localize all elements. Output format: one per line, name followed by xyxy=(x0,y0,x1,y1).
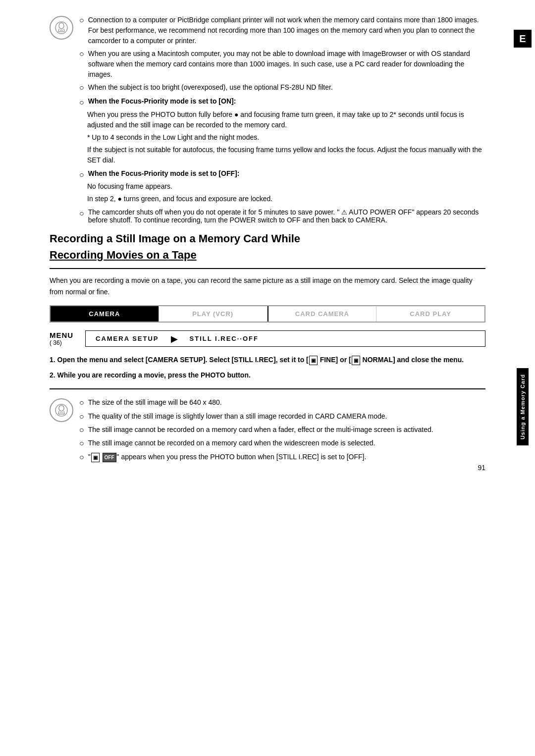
fine-icon: ▣ xyxy=(309,356,318,365)
focus-on-section: ○ When the Focus-Priority mode is set to… xyxy=(79,97,485,165)
bullet-item-3: ○ When the subject is too bright (overex… xyxy=(79,82,485,93)
top-content: ○ Connection to a computer or PictBridge… xyxy=(79,15,485,224)
menu-path: CAMERA SETUP ▶ STILL I.REC··OFF xyxy=(85,330,485,347)
bottom-bullet-text-3: The still image cannot be recorded on a … xyxy=(88,425,433,435)
bullet-circle-3: ○ xyxy=(79,82,84,93)
bottom-bullet-circle-5: ○ xyxy=(79,452,84,463)
steps-divider xyxy=(50,388,485,389)
section-title: Recording a Still Image on a Memory Card… xyxy=(50,232,485,246)
still-icon: ▣ xyxy=(91,453,100,462)
menu-ref: ( 36) xyxy=(50,339,79,346)
bottom-bullets: ○ The size of the still image will be 64… xyxy=(79,397,485,467)
tab-card-play[interactable]: CARD PLAY xyxy=(376,306,484,322)
bottom-bullet-text-4: The still image cannot be recorded on a … xyxy=(88,438,375,448)
bottom-bullet-text-1: The size of the still image will be 640 … xyxy=(88,397,222,408)
focus-on-text-2: If the subject is not suitable for autof… xyxy=(79,145,485,165)
menu-word: MENU xyxy=(50,331,79,339)
bottom-bullet-circle-4: ○ xyxy=(79,438,84,449)
page-container: ○ Connection to a computer or PictBridge… xyxy=(20,0,515,486)
camera-shutoff-section: ○ The camcorder shuts off when you do no… xyxy=(79,208,485,224)
focus-on-asterisk: * Up to 4 seconds in the Low Light and t… xyxy=(79,132,485,143)
focus-off-bullet: ○ xyxy=(79,169,84,180)
svg-point-1 xyxy=(59,23,64,29)
step-2-number: 2. xyxy=(50,371,55,379)
focus-off-text-1: No focusing frame appears. xyxy=(79,181,485,192)
bullet-text-3: When the subject is too bright (overexpo… xyxy=(88,82,333,93)
focus-off-header-text: When the Focus-Priority mode is set to [… xyxy=(88,169,240,177)
note-icon xyxy=(50,16,73,40)
focus-off-text-2: In step 2, ● turns green, and focus and … xyxy=(79,194,485,204)
step-1: 1. Open the menu and select [CAMERA SETU… xyxy=(50,355,485,365)
focus-on-bullet: ○ xyxy=(79,97,84,108)
tab-camera[interactable]: CAMERA xyxy=(51,306,159,322)
menu-path-camera-setup: CAMERA SETUP xyxy=(86,331,169,346)
bottom-bullet-4: ○ The still image cannot be recorded on … xyxy=(79,438,485,449)
bottom-bullet-text-5: "▣ OFF" appears when you press the PHOTO… xyxy=(88,452,367,462)
menu-path-still-irec: STILL I.REC··OFF xyxy=(180,331,268,346)
tab-play-vcr[interactable]: PLAY (VCR) xyxy=(159,306,268,322)
svg-line-3 xyxy=(64,29,64,32)
shutoff-row: ○ The camcorder shuts off when you do no… xyxy=(79,208,485,224)
step-2: 2. While you are recording a movie, pres… xyxy=(50,370,485,380)
steps-section: 1. Open the menu and select [CAMERA SETU… xyxy=(50,355,485,380)
bullet-text-1: Connection to a computer or PictBridge c… xyxy=(88,15,485,46)
focus-off-header: ○ When the Focus-Priority mode is set to… xyxy=(79,169,485,180)
menu-label-block: MENU ( 36) xyxy=(50,331,79,346)
bottom-bullet-3: ○ The still image cannot be recorded on … xyxy=(79,425,485,435)
sidebar-label: Using a Memory Card xyxy=(517,368,529,445)
svg-line-8 xyxy=(58,411,59,414)
bottom-bullet-2: ○ The quality of the still image is slig… xyxy=(79,411,485,422)
svg-line-9 xyxy=(64,411,64,414)
svg-point-7 xyxy=(59,405,64,411)
svg-line-2 xyxy=(58,29,59,32)
bottom-bullet-circle-1: ○ xyxy=(79,397,84,408)
bullet-circle-2: ○ xyxy=(79,49,84,59)
bottom-bullet-text-2: The quality of the still image is slight… xyxy=(88,411,387,422)
intro-text: When you are recording a movie on a tape… xyxy=(50,275,485,297)
bottom-bullet-list: ○ The size of the still image will be 64… xyxy=(79,397,485,463)
right-sidebar: E Using a Memory Card xyxy=(510,0,535,756)
page-number: 91 xyxy=(478,464,485,472)
off-icon: OFF xyxy=(103,453,116,462)
tab-card-camera[interactable]: CARD CAMERA xyxy=(268,306,377,322)
shutoff-text: The camcorder shuts off when you do not … xyxy=(88,208,485,224)
menu-row: MENU ( 36) CAMERA SETUP ▶ STILL I.REC··O… xyxy=(50,330,485,347)
bullet-item-1: ○ Connection to a computer or PictBridge… xyxy=(79,15,485,46)
shutoff-bullet: ○ xyxy=(79,208,84,219)
bottom-bullet-circle-2: ○ xyxy=(79,411,84,422)
step-2-text: While you are recording a movie, press t… xyxy=(57,371,251,379)
bullet-item-2: ○ When you are using a Macintosh compute… xyxy=(79,49,485,80)
menu-path-arrow-icon: ▶ xyxy=(169,333,180,344)
step-1-text: Open the menu and select [CAMERA SETUP].… xyxy=(57,356,464,364)
bottom-note-icon xyxy=(50,398,73,422)
section-subtitle: Recording Movies on a Tape xyxy=(50,248,485,263)
bullet-text-2: When you are using a Macintosh computer,… xyxy=(88,49,485,80)
bottom-bullet-5: ○ "▣ OFF" appears when you press the PHO… xyxy=(79,452,485,463)
focus-on-header: ○ When the Focus-Priority mode is set to… xyxy=(79,97,485,108)
top-section: ○ Connection to a computer or PictBridge… xyxy=(50,15,485,224)
bottom-bullet-1: ○ The size of the still image will be 64… xyxy=(79,397,485,408)
title-divider xyxy=(50,268,485,269)
normal-icon: ▣ xyxy=(352,356,360,365)
focus-off-section: ○ When the Focus-Priority mode is set to… xyxy=(79,169,485,204)
focus-on-text-1: When you press the PHOTO button fully be… xyxy=(79,109,485,130)
section-letter: E xyxy=(514,30,532,48)
top-bullet-list: ○ Connection to a computer or PictBridge… xyxy=(79,15,485,93)
bullet-circle-1: ○ xyxy=(79,15,84,26)
step-1-number: 1. xyxy=(50,356,55,364)
bottom-bullet-circle-3: ○ xyxy=(79,425,84,435)
bottom-section: ○ The size of the still image will be 64… xyxy=(50,397,485,467)
focus-on-header-text: When the Focus-Priority mode is set to [… xyxy=(88,97,236,105)
mode-tabs: CAMERA PLAY (VCR) CARD CAMERA CARD PLAY xyxy=(50,305,485,323)
